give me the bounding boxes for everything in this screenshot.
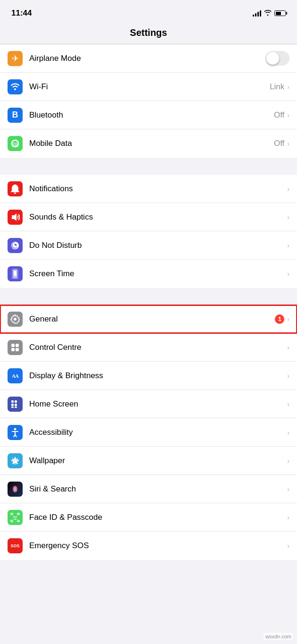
svg-rect-6 (14, 271, 16, 276)
svg-rect-12 (11, 400, 14, 403)
row-siri[interactable]: Siri & Search › (0, 475, 297, 503)
general-badge: 1 (275, 314, 284, 324)
accessibility-chevron: › (287, 429, 289, 436)
display-chevron: › (287, 372, 289, 380)
page-title-bar: Settings (0, 24, 297, 44)
screentime-right: › (287, 270, 289, 278)
wifi-right: Link › (270, 82, 289, 92)
bluetooth-right: Off › (274, 110, 289, 120)
svg-point-7 (14, 318, 16, 321)
mobiledata-icon: (())) (8, 136, 23, 151)
mobiledata-value: Off (274, 139, 284, 148)
svg-rect-25 (17, 520, 19, 522)
general-label: General (29, 314, 275, 324)
row-bluetooth[interactable]: B Bluetooth Off › (0, 101, 297, 129)
notifications-label: Notifications (29, 184, 287, 194)
homescreen-right: › (287, 400, 289, 408)
sounds-right: › (287, 213, 289, 221)
svg-rect-16 (11, 407, 14, 408)
row-general[interactable]: General 1 › (0, 305, 297, 333)
row-screentime[interactable]: Screen Time › (0, 260, 297, 288)
gap-2 (0, 288, 297, 305)
bluetooth-icon: B (8, 108, 23, 123)
controlcentre-label: Control Centre (29, 343, 287, 352)
bluetooth-label: Bluetooth (29, 110, 274, 120)
sounds-chevron: › (287, 213, 289, 221)
row-homescreen[interactable]: Home Screen › (0, 390, 297, 418)
general-icon (8, 312, 23, 327)
row-display[interactable]: AA Display & Brightness › (0, 362, 297, 390)
svg-rect-17 (15, 407, 17, 408)
svg-point-0 (14, 88, 16, 90)
svg-marker-3 (12, 213, 16, 221)
mobiledata-label: Mobile Data (29, 139, 274, 148)
donotdisturb-chevron: › (287, 242, 289, 249)
siri-label: Siri & Search (29, 484, 287, 494)
emergency-label: Emergency SOS (29, 541, 287, 551)
donotdisturb-label: Do Not Disturb (29, 241, 287, 250)
wallpaper-label: Wallpaper (29, 456, 287, 466)
accessibility-label: Accessibility (29, 428, 287, 437)
faceid-chevron: › (287, 514, 289, 521)
airplane-toggle-container (265, 51, 289, 66)
notifications-right: › (287, 185, 289, 193)
display-right: › (287, 372, 289, 380)
homescreen-icon (8, 397, 23, 412)
gap-1 (0, 158, 297, 175)
row-airplane[interactable]: ✈ Airplane Mode (0, 44, 297, 73)
status-time: 11:44 (11, 8, 32, 18)
wifi-chevron: › (287, 83, 289, 91)
display-icon: AA (8, 368, 23, 383)
svg-rect-14 (11, 404, 14, 406)
svg-point-27 (16, 516, 16, 517)
accessibility-right: › (287, 429, 289, 436)
row-controlcentre[interactable]: Control Centre › (0, 333, 297, 362)
system2-group: General 1 › Control Centre › AA Display … (0, 305, 297, 560)
row-faceid[interactable]: Face ID & Passcode › (0, 503, 297, 532)
battery-icon (274, 10, 286, 16)
airplane-toggle[interactable] (265, 51, 289, 66)
row-donotdisturb[interactable]: Do Not Disturb › (0, 231, 297, 260)
mobiledata-chevron: › (287, 140, 289, 147)
row-sounds[interactable]: Sounds & Haptics › (0, 203, 297, 231)
controlcentre-chevron: › (287, 344, 289, 351)
faceid-right: › (287, 514, 289, 521)
controlcentre-right: › (287, 344, 289, 351)
screentime-label: Screen Time (29, 269, 287, 279)
row-wallpaper[interactable]: Wallpaper › (0, 447, 297, 475)
row-emergency[interactable]: SOS Emergency SOS › (0, 532, 297, 560)
row-accessibility[interactable]: Accessibility › (0, 418, 297, 447)
signal-icon (253, 10, 261, 17)
wallpaper-icon (8, 453, 23, 468)
siri-right: › (287, 485, 289, 493)
siri-icon (8, 482, 23, 497)
svg-point-26 (13, 516, 14, 517)
svg-point-21 (14, 487, 16, 491)
emergency-chevron: › (287, 542, 289, 550)
general-chevron: › (287, 315, 289, 323)
controlcentre-icon (8, 340, 23, 355)
svg-rect-9 (16, 344, 19, 347)
svg-rect-8 (11, 344, 15, 347)
donotdisturb-icon (8, 238, 23, 253)
siri-chevron: › (287, 485, 289, 493)
row-mobiledata[interactable]: (())) Mobile Data Off › (0, 129, 297, 158)
svg-rect-13 (15, 400, 17, 403)
screentime-chevron: › (287, 270, 289, 278)
svg-rect-10 (11, 348, 15, 351)
svg-text:(())): (())) (12, 142, 19, 147)
general-right: 1 › (275, 314, 289, 324)
display-label: Display & Brightness (29, 371, 287, 381)
row-wifi[interactable]: Wi-Fi Link › (0, 73, 297, 101)
wifi-label: Wi-Fi (29, 82, 270, 92)
notifications-icon (8, 181, 23, 196)
sounds-icon (8, 210, 23, 225)
row-notifications[interactable]: Notifications › (0, 175, 297, 203)
svg-rect-22 (11, 513, 13, 515)
status-bar: 11:44 (0, 0, 297, 24)
donotdisturb-right: › (287, 242, 289, 249)
mobiledata-right: Off › (274, 139, 289, 148)
page-title: Settings (0, 27, 297, 38)
sounds-label: Sounds & Haptics (29, 212, 287, 222)
accessibility-icon (8, 425, 23, 440)
